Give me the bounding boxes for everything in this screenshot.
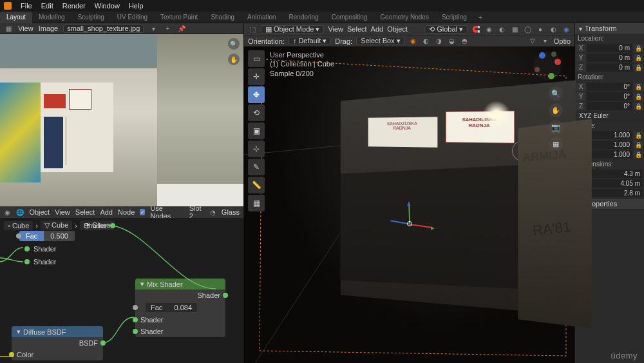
zoom-icon[interactable]: 🔍 [549, 86, 563, 101]
pan-icon[interactable]: ✋ [549, 103, 563, 117]
socket-shader-out[interactable]: Shader [84, 222, 115, 230]
image-menu-view[interactable]: View [18, 25, 33, 32]
location-y[interactable]: Y0 m🔒 [575, 53, 644, 63]
socket-fac[interactable] [16, 233, 21, 239]
editor-type-icon[interactable]: ⬚ [248, 25, 257, 34]
viewport-menu-add[interactable]: Add [371, 25, 384, 33]
gizmo-icon[interactable]: ◒ [448, 37, 457, 46]
snap-icon[interactable]: 🧲 [471, 25, 480, 34]
breadcrumb-mesh[interactable]: ▽ Cube [41, 221, 72, 230]
node-mix-shader[interactable]: ▾Mix Shader Shader Fac0.084 Shader Shade… [135, 279, 225, 337]
location-x[interactable]: X0 m🔒 [575, 43, 644, 53]
menu-help[interactable]: Help [129, 2, 144, 10]
overlays-icon[interactable]: ◐ [497, 25, 506, 34]
hand-icon[interactable]: ✋ [228, 54, 240, 65]
viewport-menu-object[interactable]: Object [387, 25, 408, 33]
tab-texture-paint[interactable]: Texture Paint [154, 12, 204, 23]
node-menu-select[interactable]: Select [75, 208, 95, 216]
tab-compositing[interactable]: Compositing [325, 12, 374, 23]
breadcrumb-object[interactable]: ▫ Cube [4, 221, 33, 230]
editor-type-icon[interactable]: ◉ [4, 208, 11, 217]
node-menu-view[interactable]: View [55, 208, 70, 216]
tab-sculpting[interactable]: Sculpting [71, 12, 111, 23]
orientation-global[interactable]: ⟲ Global ▾ [424, 25, 468, 34]
orbit-gizmo[interactable] [532, 50, 563, 81]
tab-animation[interactable]: Animation [241, 12, 282, 23]
socket-shader-out[interactable]: Shader [135, 289, 225, 301]
socket-shader-in2[interactable]: Shader [135, 326, 225, 337]
image-name-field[interactable]: small_shop_texture.jpg [63, 25, 144, 33]
orientation-value[interactable]: ↕ Default ▾ [289, 37, 331, 45]
socket-color[interactable]: Color [12, 349, 103, 360]
pin-icon[interactable]: 📌 [177, 24, 186, 33]
cursor-tool[interactable]: ✛ [248, 68, 265, 85]
material-ball-icon[interactable]: ◔ [209, 208, 216, 217]
editor-type-icon[interactable]: ▦ [4, 24, 13, 33]
add-tool[interactable]: ▦ [248, 195, 265, 211]
node-menu-add[interactable]: Add [100, 208, 113, 216]
node-title[interactable]: ▾Diffuse BSDF [12, 326, 103, 337]
filter-icon[interactable]: ▽ [528, 37, 537, 46]
gizmo-icon[interactable]: ◓ [460, 37, 469, 46]
shader-type-icon[interactable]: 🌐 [16, 208, 24, 217]
shader-editor-canvas[interactable]: ▫ Cube › ▽ Cube › ◔ Glass Shader Fac 0.5… [0, 218, 243, 363]
tab-modeling[interactable]: Modeling [32, 12, 71, 23]
perspective-icon[interactable]: ▦ [549, 137, 563, 151]
viewport-menu-view[interactable]: View [328, 25, 343, 33]
gizmo-icon[interactable]: ◑ [435, 37, 444, 46]
shader-mode[interactable]: Object [29, 208, 50, 216]
options-label[interactable]: Optio [554, 37, 571, 45]
shading-solid-icon[interactable]: ● [536, 25, 545, 34]
tab-geometry-nodes[interactable]: Geometry Nodes [374, 12, 435, 23]
fac-slider-top[interactable]: Fac 0.500 [19, 231, 75, 241]
tab-shading[interactable]: Shading [204, 12, 241, 23]
move-tool[interactable]: ✥ [248, 86, 265, 103]
zoom-icon[interactable]: 🔍 [228, 38, 240, 50]
transform-panel-header[interactable]: ▾ Transform [575, 23, 644, 34]
select-tool[interactable]: ▭ [248, 50, 265, 67]
socket-shader-in1[interactable]: Shader [135, 314, 225, 326]
measure-tool[interactable]: 📏 [248, 177, 265, 193]
socket-shader-in1[interactable]: Shader [24, 245, 56, 253]
menu-edit[interactable]: Edit [41, 2, 53, 10]
gizmo-icon[interactable]: ◉ [409, 37, 418, 46]
mode-selector[interactable]: ▦ Object Mode ▾ [261, 25, 324, 34]
node-menu-node[interactable]: Node [118, 208, 135, 216]
tab-rendering[interactable]: Rendering [283, 12, 325, 23]
add-workspace-button[interactable]: + [473, 14, 488, 21]
transform-gizmo[interactable]: ▸ ▴ [390, 204, 429, 243]
tab-scripting[interactable]: Scripting [435, 12, 473, 23]
rotation-x[interactable]: X0°🔒 [575, 82, 644, 92]
camera-icon[interactable]: 📷 [549, 120, 563, 134]
menu-render[interactable]: Render [62, 2, 86, 10]
tab-layout[interactable]: Layout [0, 12, 32, 23]
fac-value[interactable]: 0.500 [44, 231, 75, 241]
menu-window[interactable]: Window [95, 2, 120, 10]
new-image-icon[interactable]: + [163, 24, 172, 33]
drag-value[interactable]: Select Box ▾ [356, 37, 405, 45]
rotate-tool[interactable]: ⟲ [248, 104, 265, 121]
node-title[interactable]: ▾Mix Shader [135, 279, 225, 289]
rotation-y[interactable]: Y0°🔒 [575, 92, 644, 101]
shading-material-icon[interactable]: ◐ [549, 25, 558, 34]
scale-tool[interactable]: ▣ [248, 123, 265, 139]
location-z[interactable]: Z0 m🔒 [575, 63, 644, 72]
gizmo-icon[interactable]: ◐ [422, 37, 431, 46]
image-editor-canvas[interactable]: 🔍 ✋ [0, 34, 243, 206]
shading-rendered-icon[interactable]: ◉ [562, 25, 571, 34]
material-name[interactable]: Glass [222, 208, 240, 216]
filter-icon[interactable]: ▾ [541, 37, 550, 46]
menu-file[interactable]: File [21, 2, 32, 10]
socket-shader-in2[interactable]: Shader [24, 258, 56, 266]
browse-image-icon[interactable]: ▾ [149, 24, 158, 33]
tab-uv-editing[interactable]: UV Editing [111, 12, 154, 23]
image-menu-image[interactable]: Image [39, 25, 59, 32]
annotate-tool[interactable]: ✎ [248, 159, 265, 175]
proportional-icon[interactable]: ◉ [484, 25, 493, 34]
rotation-z[interactable]: Z0°🔒 [575, 101, 644, 111]
socket-fac[interactable]: Fac0.084 [135, 301, 225, 314]
shading-wire-icon[interactable]: ◯ [523, 25, 532, 34]
rotation-mode[interactable]: XYZ Euler [576, 112, 643, 120]
use-nodes-checkbox[interactable]: ✓ [140, 209, 145, 215]
viewport-menu-select[interactable]: Select [347, 25, 367, 33]
